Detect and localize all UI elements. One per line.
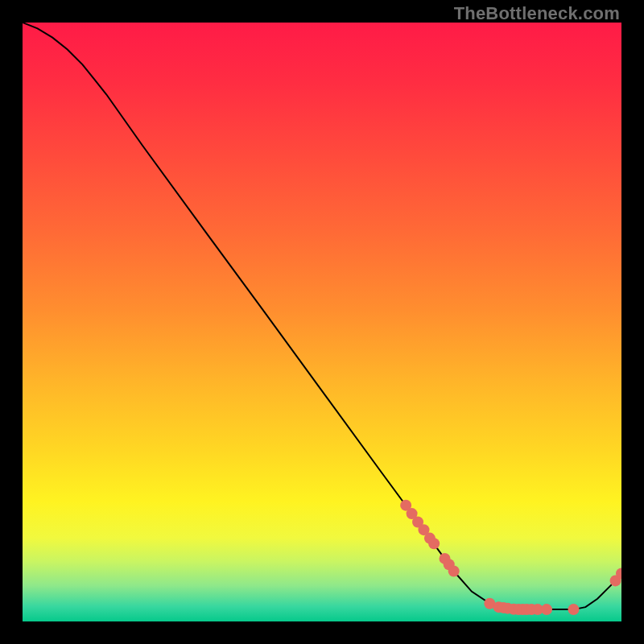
data-marker [448,566,460,577]
gradient-background [23,23,621,621]
bottleneck-chart [23,23,621,621]
data-marker [568,604,579,615]
data-marker [428,538,440,549]
watermark-text: TheBottleneck.com [454,3,620,24]
data-marker [541,604,552,615]
chart-container: TheBottleneck.com [0,0,644,644]
